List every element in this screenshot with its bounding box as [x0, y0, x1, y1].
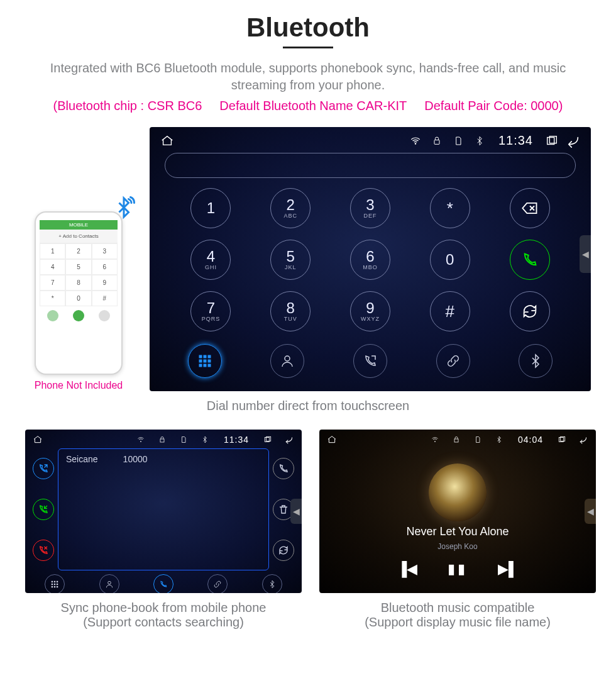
- call-button[interactable]: [490, 240, 569, 280]
- svg-rect-1: [434, 140, 439, 144]
- outgoing-call-icon[interactable]: [33, 499, 54, 520]
- sd-icon: [471, 433, 484, 446]
- tab-call-log[interactable]: [353, 344, 387, 378]
- recents-icon[interactable]: [556, 433, 568, 446]
- phone-video-icon: [47, 310, 58, 321]
- svg-point-27: [107, 581, 111, 584]
- back-icon[interactable]: [577, 433, 590, 446]
- phone-topbar: MOBILE: [40, 220, 118, 230]
- caption-dialpad: Dial number direct from touchscreen: [25, 399, 591, 413]
- home-icon[interactable]: [161, 135, 173, 147]
- phone-call-icon: [73, 310, 84, 321]
- home-icon[interactable]: [31, 433, 44, 446]
- key-3[interactable]: 3DEF: [331, 188, 410, 228]
- sync-contacts-icon[interactable]: [273, 540, 294, 561]
- incoming-call-icon[interactable]: [33, 458, 54, 479]
- page-title: Bluetooth: [25, 13, 591, 43]
- phone-add-contacts: + Add to Contacts: [40, 230, 118, 243]
- tab-bluetooth[interactable]: [262, 574, 282, 593]
- svg-rect-10: [199, 364, 202, 367]
- album-art: [429, 464, 487, 521]
- phone-mock: MOBILE + Add to Contacts 123 456 789 *0#: [35, 211, 123, 375]
- tab-bluetooth[interactable]: [519, 344, 553, 378]
- key-7[interactable]: 7PQRS: [171, 291, 251, 331]
- next-button[interactable]: ▶▌: [498, 561, 519, 577]
- bt-status-icon: [199, 433, 211, 446]
- svg-point-13: [285, 356, 290, 361]
- svg-rect-9: [208, 360, 211, 362]
- number-input[interactable]: [165, 153, 576, 178]
- recents-icon[interactable]: [546, 135, 558, 147]
- track-title: Never Let You Alone: [406, 525, 509, 538]
- track-artist: Joseph Koo: [437, 542, 477, 551]
- svg-rect-20: [57, 581, 58, 582]
- clock: 11:34: [498, 133, 533, 148]
- phone-keypad: 123 456 789 *0#: [40, 243, 118, 306]
- lock-icon: [450, 433, 463, 446]
- key-5[interactable]: 5JKL: [251, 240, 331, 280]
- tab-dialpad[interactable]: [45, 574, 65, 593]
- pause-button[interactable]: ▮▮: [448, 561, 468, 577]
- edge-drawer[interactable]: ◀: [290, 499, 302, 524]
- svg-rect-19: [54, 581, 55, 582]
- phone-backspace-icon: [99, 310, 110, 321]
- contacts-list[interactable]: Seicane 10000: [58, 448, 269, 570]
- svg-rect-4: [199, 355, 202, 358]
- title-underline: [283, 47, 333, 48]
- caption-music: Bluetooth music compatible (Support disp…: [319, 601, 596, 630]
- headunit-dialpad: 11:34 12ABC3DEF*4GHI5JKL6MBO07PQRS8TUV9W…: [150, 127, 591, 391]
- dial-contact-icon[interactable]: [273, 458, 294, 479]
- page-description: Integrated with BC6 Bluetooth module, su…: [25, 60, 591, 94]
- bt-status-icon: [473, 135, 486, 147]
- contact-name: Seicane: [66, 454, 98, 464]
- headunit-phonebook: 11:34 Seicane 10000: [25, 430, 302, 593]
- lock-icon: [431, 135, 443, 147]
- caption-phonebook: Sync phone-book from mobile phone (Suppo…: [25, 601, 302, 630]
- key-8[interactable]: 8TUV: [251, 291, 331, 331]
- missed-call-icon[interactable]: [33, 540, 54, 561]
- tab-contacts[interactable]: [270, 344, 304, 378]
- svg-rect-15: [160, 439, 164, 442]
- tab-call-log[interactable]: [153, 574, 173, 593]
- key-2[interactable]: 2ABC: [251, 188, 331, 228]
- clock: 11:34: [224, 435, 249, 445]
- recents-icon[interactable]: [261, 433, 274, 446]
- key-4[interactable]: 4GHI: [171, 240, 251, 280]
- chip-info: (Bluetooth chip : CSR BC6 Default Blueto…: [25, 99, 591, 113]
- home-icon[interactable]: [326, 433, 338, 446]
- key-9[interactable]: 9WXYZ: [331, 291, 410, 331]
- edge-drawer[interactable]: ◀: [585, 499, 596, 524]
- sd-icon: [452, 135, 465, 147]
- key-*[interactable]: *: [410, 188, 490, 228]
- key-#[interactable]: #: [410, 291, 490, 331]
- lock-icon: [156, 433, 168, 446]
- svg-rect-29: [454, 439, 458, 442]
- clock: 04:04: [518, 435, 543, 445]
- key-0[interactable]: 0: [410, 240, 490, 280]
- backspace-button[interactable]: [490, 188, 569, 228]
- tab-contacts[interactable]: [99, 574, 119, 593]
- phone-not-included: Phone Not Included: [25, 380, 132, 391]
- bt-status-icon: [493, 433, 505, 446]
- key-1[interactable]: 1: [171, 188, 251, 228]
- prev-button[interactable]: ▐◀: [397, 561, 417, 577]
- svg-point-28: [434, 441, 435, 442]
- tab-pair[interactable]: [436, 344, 470, 378]
- svg-rect-26: [57, 586, 58, 587]
- back-icon[interactable]: [567, 135, 580, 147]
- dial-grid: 12ABC3DEF*4GHI5JKL6MBO07PQRS8TUV9WXYZ#: [150, 184, 591, 338]
- svg-rect-12: [208, 364, 211, 367]
- svg-rect-7: [199, 360, 202, 362]
- wifi-icon: [429, 433, 441, 446]
- back-icon[interactable]: [283, 433, 295, 446]
- wifi-icon: [409, 135, 422, 147]
- edge-drawer[interactable]: ◀: [580, 235, 591, 273]
- svg-rect-11: [204, 364, 206, 367]
- tab-dialpad[interactable]: [188, 344, 222, 378]
- sync-button[interactable]: [490, 291, 569, 331]
- chip-model: (Bluetooth chip : CSR BC6: [53, 99, 202, 113]
- key-6[interactable]: 6MBO: [331, 240, 410, 280]
- svg-point-0: [415, 143, 416, 144]
- svg-point-14: [140, 441, 141, 442]
- tab-pair[interactable]: [207, 574, 228, 593]
